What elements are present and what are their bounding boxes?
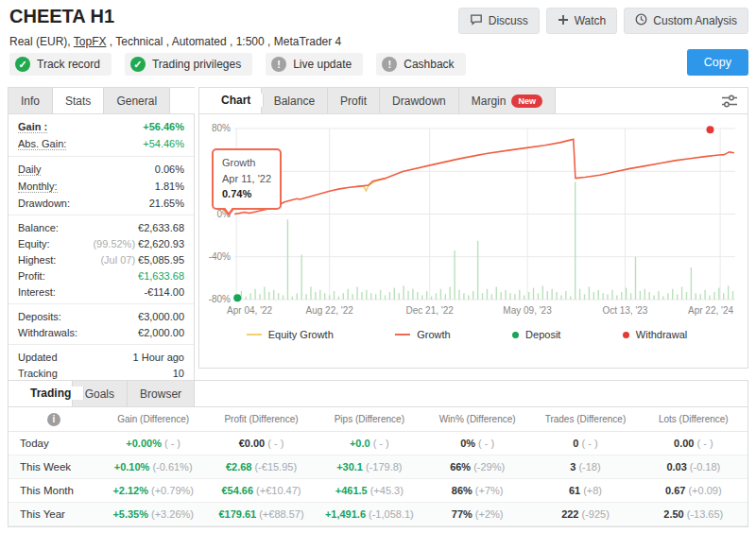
cell-difference: (+€10.47): [256, 485, 301, 496]
stat-label: Abs. Gain:: [18, 138, 66, 150]
cell-difference: ( - ): [267, 438, 284, 449]
tab-chart[interactable]: Chart: [209, 94, 264, 107]
cell-value: 0.00: [674, 438, 694, 449]
sidebar-group: Gain :+56.46%Abs. Gain:+54.46%: [9, 114, 194, 157]
chart-settings-icon[interactable]: [712, 88, 747, 113]
growth-chart[interactable]: 80%0%-40%-80%Apr 04, '22Aug 22, '22Dec 2…: [206, 119, 741, 321]
cell-difference: (+7%): [475, 485, 504, 496]
tooltip-date: Apr 11, '22: [222, 171, 271, 187]
table-row-this-year: This Year+5.35%(+3.26%)€179.61(+€88.57)+…: [9, 503, 747, 526]
tab-margin[interactable]: MarginNew: [459, 88, 556, 113]
broker-link[interactable]: TopFX: [74, 35, 107, 48]
sidebar-group: Daily0.06%Monthly:1.81%Drawdown:21.65%: [9, 157, 194, 215]
tab-label: Trading: [30, 387, 71, 400]
stat-row-monthly: Monthly:1.81%: [18, 178, 184, 195]
cell: 0( - ): [531, 438, 639, 449]
table-tabs: TradingPeriodsGoalsBrowser: [9, 381, 747, 407]
discuss-button[interactable]: Discuss: [458, 8, 540, 34]
cell-difference: (+0.79%): [151, 485, 194, 496]
cell-value: +0.00%: [126, 438, 162, 449]
stat-value: €2,000.00: [138, 327, 184, 338]
chart-tooltip: Growth Apr 11, '22 0.74%: [212, 148, 282, 210]
cell-difference: (+8): [583, 485, 602, 496]
cell-difference: (-13.65): [687, 508, 724, 520]
cell-difference: (-0.18): [690, 461, 720, 473]
cell: +461.5(+45.3): [316, 485, 423, 496]
tab-drawdown[interactable]: Drawdown: [380, 88, 459, 113]
cell-value: 77%: [452, 508, 472, 520]
stat-row-interest: Interest:-€114.00: [18, 284, 184, 300]
cell-difference: (-179.8): [366, 461, 403, 473]
stat-value: 1 Hour ago: [133, 352, 184, 363]
watch-button[interactable]: Watch: [546, 8, 618, 34]
badge-label: Track record: [37, 58, 100, 71]
column-win-difference: Win% (Difference): [423, 414, 531, 424]
legend-deposit[interactable]: Deposit: [512, 329, 560, 340]
badge-trading-privileges: ✓Trading privileges: [125, 53, 252, 76]
stat-value-note: (99.52%): [93, 238, 135, 249]
cell: +0.10%(-0.61%): [99, 461, 207, 473]
cell: 0.67(+0.09): [640, 485, 747, 496]
page-title: CHEETA H1: [9, 6, 114, 27]
info-icon[interactable]: i: [47, 413, 60, 426]
tab-trading[interactable]: Trading: [18, 387, 84, 400]
table-row-this-week: This Week+0.10%(-0.61%)€2.68(-€15.95)+30…: [9, 456, 747, 479]
column-gain-difference: Gain (Difference): [99, 414, 207, 424]
discuss-icon: [470, 13, 483, 28]
cell-difference: (+0.09): [688, 485, 721, 496]
cell: €2.68(-€15.95): [207, 461, 315, 473]
cell-difference: ( - ): [373, 438, 389, 449]
cell-value: +0.0: [350, 438, 370, 449]
legend-equity-growth[interactable]: Equity Growth: [247, 329, 334, 340]
stat-value: (Jul 07)€5,085.95: [100, 254, 184, 266]
cell: 2.50(-13.65): [640, 508, 747, 520]
stat-value: 0.06%: [155, 163, 184, 175]
sidebar-group: Balance:€2,633.68Equity:(99.52%)€2,620.9…: [9, 215, 194, 304]
badge-track-record: ✓Track record: [9, 53, 112, 76]
stat-label: Gain :: [18, 121, 47, 133]
custom-analysis-button[interactable]: Custom Analysis: [624, 8, 748, 34]
sidebar-group: Deposits:€3,000.00Withdrawals:€2,000.00: [9, 304, 194, 345]
custom-analysis-button-label: Custom Analysis: [653, 14, 737, 27]
stat-label: Tracking: [18, 368, 58, 379]
cell-value: +2.12%: [112, 485, 148, 496]
clock-icon: [635, 13, 647, 28]
column-pips-difference: Pips (Difference): [316, 414, 423, 424]
cell-value: €179.61: [218, 508, 256, 520]
legend-withdrawal[interactable]: Withdrawal: [623, 329, 687, 340]
stat-value: 21.65%: [149, 198, 184, 209]
cell-value: +5.35%: [112, 508, 148, 520]
tab-info[interactable]: Info: [9, 88, 53, 113]
tab-profit[interactable]: Profit: [328, 88, 380, 113]
copy-button[interactable]: Copy: [687, 49, 748, 76]
column-lots-difference: Lots (Difference): [640, 414, 747, 424]
tooltip-series: Growth: [222, 155, 271, 171]
stats-sidebar: InfoStatsGeneral Gain :+56.46%Abs. Gain:…: [8, 87, 195, 386]
stat-label: Highest:: [18, 254, 56, 266]
x-axis-tick: Dec 21, '22: [406, 305, 455, 316]
chart-panel: ChartGrowthBalanceProfitDrawdownMarginNe…: [198, 87, 748, 369]
y-axis-tick: 80%: [212, 123, 231, 133]
stat-row-daily: Daily0.06%: [18, 161, 184, 178]
tab-browser[interactable]: Browser: [128, 381, 195, 406]
badge-live-update: !Live update: [266, 53, 363, 76]
sidebar-group: Updated1 Hour agoTracking10: [9, 345, 194, 385]
stat-value: +54.46%: [143, 138, 184, 149]
legend-label: Deposit: [525, 329, 560, 340]
x-axis-tick: Aug 22, '22: [306, 305, 354, 316]
stat-row-equity: Equity:(99.52%)€2,620.93: [18, 235, 184, 251]
legend-growth[interactable]: Growth: [395, 329, 450, 340]
cell: +5.35%(+3.26%): [99, 508, 207, 520]
legend-label: Growth: [417, 329, 450, 340]
exclamation-icon: !: [382, 57, 397, 72]
row-label: This Week: [9, 461, 99, 473]
cell: 77%(+2%): [423, 508, 531, 520]
cell-difference: (+2%): [475, 508, 504, 520]
legend-deposit-dot-icon: [512, 332, 519, 338]
tab-balance[interactable]: Balance: [262, 88, 328, 113]
tab-general[interactable]: General: [104, 88, 170, 113]
cell-value: 222: [561, 508, 578, 520]
stat-row-gain: Gain :+56.46%: [18, 118, 184, 135]
cell-difference: (-0.61%): [152, 461, 192, 473]
tab-stats[interactable]: Stats: [53, 88, 104, 113]
